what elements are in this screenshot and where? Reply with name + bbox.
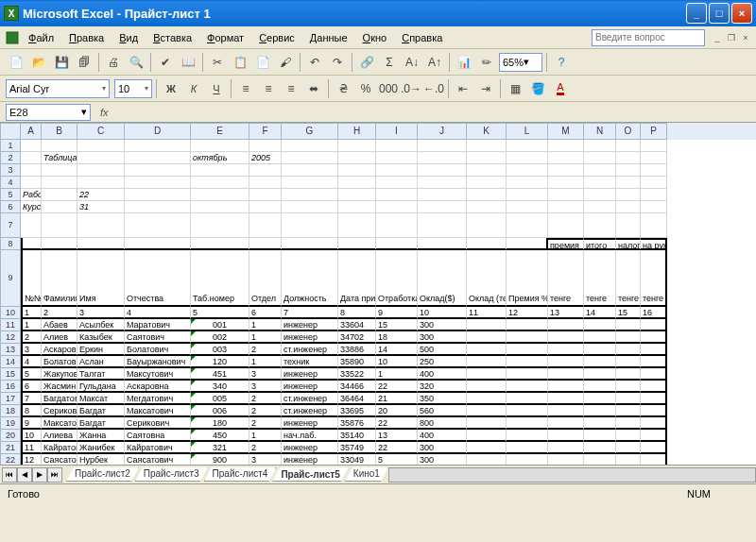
cell[interactable]: 9 bbox=[21, 417, 42, 430]
cell[interactable] bbox=[467, 177, 507, 189]
cell[interactable] bbox=[548, 152, 584, 164]
cell[interactable] bbox=[125, 152, 191, 164]
cell[interactable]: ст.инженер bbox=[282, 405, 338, 417]
cell[interactable]: 120 bbox=[191, 356, 249, 368]
worksheet[interactable]: ABCDEFGHIJKLMNOP 12Таблица расчета зарпл… bbox=[0, 123, 756, 465]
cell[interactable]: Аскаровна bbox=[125, 381, 191, 393]
sort-desc-icon[interactable]: A↑ bbox=[424, 52, 445, 73]
cell[interactable]: 12 bbox=[507, 307, 548, 319]
cell[interactable] bbox=[507, 368, 548, 381]
cell[interactable] bbox=[376, 201, 418, 213]
cell[interactable] bbox=[125, 189, 191, 201]
cell[interactable]: ст.инженер bbox=[282, 344, 338, 356]
cell[interactable] bbox=[616, 417, 641, 430]
cell[interactable]: Таб.номер bbox=[191, 250, 249, 307]
cell[interactable]: 300 bbox=[418, 331, 467, 344]
cell[interactable] bbox=[191, 164, 249, 177]
cell[interactable] bbox=[338, 189, 376, 201]
cell[interactable]: 2 bbox=[42, 307, 77, 319]
tab-last-button[interactable]: ⏭ bbox=[47, 467, 62, 483]
col-header-K[interactable]: K bbox=[467, 123, 507, 140]
cell[interactable] bbox=[641, 319, 667, 331]
cell[interactable]: Жакупов bbox=[42, 368, 77, 381]
cell[interactable]: 2 bbox=[249, 442, 282, 454]
cell[interactable] bbox=[641, 393, 667, 405]
cell[interactable] bbox=[77, 213, 125, 238]
cell[interactable] bbox=[584, 344, 616, 356]
cell[interactable]: тенге bbox=[641, 250, 667, 307]
cell[interactable] bbox=[338, 213, 376, 238]
cell[interactable] bbox=[282, 164, 338, 177]
sheet-tab[interactable]: Прайс-лист2 bbox=[66, 467, 139, 482]
col-header-L[interactable]: L bbox=[507, 123, 548, 140]
menu-Вставка[interactable]: Вставка bbox=[146, 30, 199, 45]
research-icon[interactable]: 📖 bbox=[178, 52, 198, 73]
cell[interactable] bbox=[548, 177, 584, 189]
cell[interactable] bbox=[548, 201, 584, 213]
cell[interactable]: 340 bbox=[191, 381, 249, 393]
cell[interactable] bbox=[641, 368, 667, 381]
cell[interactable] bbox=[467, 381, 507, 393]
cell[interactable] bbox=[467, 417, 507, 430]
cell[interactable]: 33604 bbox=[338, 319, 376, 331]
cell[interactable] bbox=[282, 177, 338, 189]
cell[interactable]: 33522 bbox=[338, 368, 376, 381]
sheet-tab[interactable]: Прайс-лист5 bbox=[272, 467, 348, 482]
cell[interactable]: ст.инженер bbox=[282, 393, 338, 405]
cell[interactable] bbox=[125, 213, 191, 238]
cell[interactable]: 34702 bbox=[338, 331, 376, 344]
cell[interactable] bbox=[641, 344, 667, 356]
cell[interactable]: Саясатович bbox=[125, 454, 191, 465]
align-center-icon[interactable]: ≡ bbox=[258, 78, 279, 99]
cell[interactable] bbox=[584, 189, 616, 201]
col-header-F[interactable]: F bbox=[249, 123, 282, 140]
cell[interactable]: Максутович bbox=[125, 368, 191, 381]
cell[interactable] bbox=[191, 201, 249, 213]
cell[interactable] bbox=[191, 238, 249, 250]
menu-Правка[interactable]: Правка bbox=[61, 30, 112, 45]
cell[interactable]: 36464 bbox=[338, 393, 376, 405]
menu-Файл[interactable]: Файл bbox=[21, 30, 61, 45]
cell[interactable] bbox=[249, 238, 282, 250]
cell[interactable] bbox=[507, 393, 548, 405]
row-header[interactable]: 15 bbox=[0, 368, 21, 381]
cell[interactable]: тенге bbox=[616, 250, 641, 307]
cell[interactable] bbox=[338, 201, 376, 213]
cell[interactable]: Абаев bbox=[42, 319, 77, 331]
cell[interactable]: Жанибек bbox=[77, 442, 125, 454]
autosum-icon[interactable]: Σ bbox=[379, 52, 400, 73]
doc-minimize-button[interactable]: _ bbox=[711, 31, 724, 44]
cell[interactable]: 10 bbox=[418, 307, 467, 319]
row-header[interactable]: 1 bbox=[0, 140, 21, 152]
cell[interactable] bbox=[249, 213, 282, 238]
cell[interactable]: Маратович bbox=[125, 319, 191, 331]
menu-Данные[interactable]: Данные bbox=[302, 30, 355, 45]
col-header-O[interactable]: O bbox=[616, 123, 641, 140]
cell[interactable] bbox=[548, 189, 584, 201]
cell[interactable]: 002 bbox=[191, 331, 249, 344]
minimize-button[interactable]: _ bbox=[686, 3, 707, 24]
cell[interactable]: 3 bbox=[21, 344, 42, 356]
cell[interactable]: 5 bbox=[191, 307, 249, 319]
cell[interactable]: 8 bbox=[21, 405, 42, 417]
cell[interactable]: 320 bbox=[418, 381, 467, 393]
cell[interactable]: 003 bbox=[191, 344, 249, 356]
cell[interactable]: 006 bbox=[191, 405, 249, 417]
col-header-N[interactable]: N bbox=[584, 123, 616, 140]
tab-prev-button[interactable]: ◀ bbox=[17, 467, 32, 483]
cell[interactable]: Жасмин bbox=[42, 381, 77, 393]
align-left-icon[interactable]: ≡ bbox=[235, 78, 256, 99]
cell[interactable] bbox=[507, 442, 548, 454]
cell[interactable] bbox=[616, 381, 641, 393]
cell[interactable]: 005 bbox=[191, 393, 249, 405]
cell[interactable]: 7 bbox=[21, 393, 42, 405]
cell[interactable] bbox=[548, 140, 584, 152]
col-header-C[interactable]: C bbox=[77, 123, 125, 140]
doc-close-button[interactable]: × bbox=[739, 31, 752, 44]
cell[interactable]: нач.лаб. bbox=[282, 430, 338, 442]
sheet-tab[interactable]: Прайс-лист3 bbox=[135, 467, 208, 482]
inc-decimal-icon[interactable]: .0→ bbox=[401, 78, 421, 99]
cell[interactable] bbox=[21, 152, 42, 164]
spell-icon[interactable]: ✔ bbox=[155, 52, 176, 73]
align-right-icon[interactable]: ≡ bbox=[281, 78, 301, 99]
